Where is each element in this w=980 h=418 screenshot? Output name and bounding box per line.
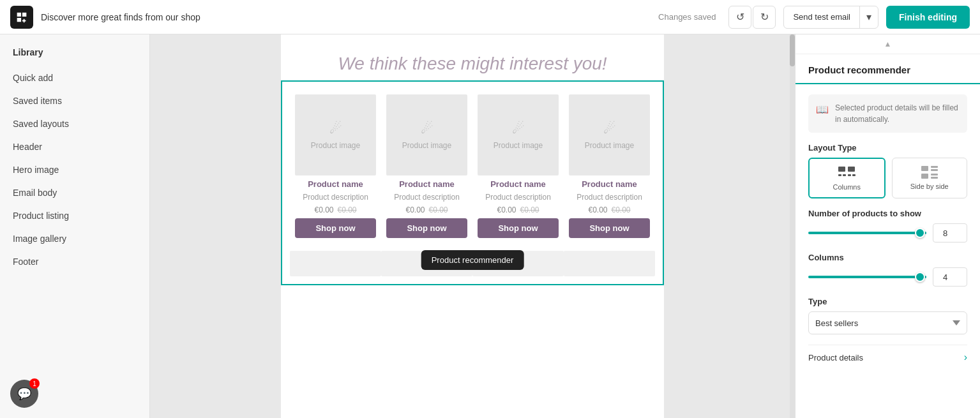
send-test-dropdown-arrow[interactable]: ▾ <box>860 6 878 28</box>
chat-widget[interactable]: 💬 1 <box>10 380 38 408</box>
product-card: ☄ Product image Product name Product des… <box>381 89 472 243</box>
product-grid-partial <box>282 251 663 284</box>
send-test-label: Send test email <box>784 6 860 28</box>
right-panel: ▲ Product recommender 📖 Selected product… <box>795 34 980 418</box>
undo-redo-group: ↺ ↻ <box>728 6 776 29</box>
product-price-original: €0.00 <box>338 205 357 214</box>
logo <box>10 6 33 29</box>
right-panel-body: 📖 Selected product details will be fille… <box>795 84 980 380</box>
product-price-current: €0.00 <box>497 205 516 214</box>
chat-badge: 1 <box>29 378 40 389</box>
product-details-row[interactable]: Product details › <box>808 345 967 369</box>
info-box: 📖 Selected product details will be fille… <box>808 94 967 133</box>
svg-rect-11 <box>931 177 938 179</box>
svg-rect-2 <box>838 174 841 176</box>
sidebar-item-saved-layouts[interactable]: Saved layouts <box>0 112 149 135</box>
product-price-current: €0.00 <box>405 205 425 214</box>
product-image-placeholder-icon: ☄ <box>603 121 616 137</box>
product-image-label: Product image <box>494 141 543 150</box>
scroll-up-icon: ▲ <box>884 40 892 49</box>
sidebar-item-footer[interactable]: Footer <box>0 250 149 273</box>
chat-icon: 💬 <box>17 387 31 401</box>
num-products-slider-thumb[interactable] <box>915 228 925 238</box>
sidebar-item-header[interactable]: Header <box>0 135 149 158</box>
layout-option-side-by-side[interactable]: Side by side <box>892 158 968 198</box>
columns-slider-thumb[interactable] <box>915 272 925 282</box>
product-name[interactable]: Product name <box>478 179 559 189</box>
sidebar-item-email-body[interactable]: Email body <box>0 181 149 204</box>
columns-slider[interactable] <box>808 276 926 278</box>
product-description[interactable]: Product description <box>386 193 467 202</box>
section-heading[interactable]: We think these might interest you! <box>306 54 638 74</box>
sidebar-item-hero-image[interactable]: Hero image <box>0 158 149 181</box>
info-text: Selected product details will be filled … <box>835 102 960 125</box>
svg-rect-7 <box>931 166 938 168</box>
product-name[interactable]: Product name <box>569 179 650 189</box>
side-by-side-layout-label: Side by side <box>910 183 949 190</box>
product-description[interactable]: Product description <box>478 193 559 202</box>
sidebar-item-saved-items[interactable]: Saved items <box>0 89 149 112</box>
shop-now-button[interactable]: Shop now <box>569 218 650 238</box>
canvas-area: We think these might interest you! ☄ Pro… <box>150 34 795 418</box>
product-price-current: €0.00 <box>314 205 333 214</box>
sidebar-item-product-listing[interactable]: Product listing <box>0 204 149 227</box>
product-image-label: Product image <box>585 141 634 150</box>
shop-now-button[interactable]: Shop now <box>386 218 467 238</box>
redo-button[interactable]: ↻ <box>753 6 776 29</box>
product-description[interactable]: Product description <box>295 193 376 202</box>
num-products-slider-row <box>808 223 967 243</box>
svg-rect-8 <box>931 169 938 171</box>
layout-type-options: Columns Side by side <box>808 158 967 198</box>
main-area: Library Quick add Saved items Saved layo… <box>0 34 980 418</box>
type-select[interactable]: Best sellers Recently viewed Related pro… <box>808 311 967 334</box>
layout-type-section: Layout Type Columns <box>808 143 967 198</box>
product-grid-selected[interactable]: ☄ Product image Product name Product des… <box>281 80 664 285</box>
undo-button[interactable]: ↺ <box>728 6 751 29</box>
canvas-scroll[interactable]: We think these might interest you! ☄ Pro… <box>150 34 795 418</box>
product-name[interactable]: Product name <box>386 179 467 189</box>
canvas-scrollbar-thumb[interactable] <box>790 34 795 66</box>
product-name[interactable]: Product name <box>295 179 376 189</box>
save-status: Changes saved <box>658 12 716 22</box>
product-card: ☄ Product image Product name Product des… <box>472 89 564 243</box>
product-card-stub <box>472 251 564 276</box>
sidebar-item-image-gallery[interactable]: Image gallery <box>0 227 149 250</box>
send-test-email-button[interactable]: Send test email ▾ <box>783 6 878 29</box>
canvas-scrollbar[interactable] <box>790 34 795 418</box>
product-card-stub <box>564 251 655 276</box>
columns-label: Columns <box>808 253 967 262</box>
right-panel-header: Product recommender <box>795 54 980 84</box>
svg-rect-3 <box>843 174 846 176</box>
num-products-slider[interactable] <box>808 232 926 234</box>
shop-now-button[interactable]: Shop now <box>478 218 559 238</box>
sidebar-item-quick-add[interactable]: Quick add <box>0 66 149 89</box>
svg-rect-0 <box>838 167 845 172</box>
product-details-arrow-icon[interactable]: › <box>964 352 967 363</box>
product-price-original: €0.00 <box>520 205 539 214</box>
shop-now-button[interactable]: Shop now <box>295 218 376 238</box>
product-description[interactable]: Product description <box>569 193 650 202</box>
product-price-original: €0.00 <box>429 205 448 214</box>
product-image-box: ☄ Product image <box>478 94 559 175</box>
product-card: ☄ Product image Product name Product des… <box>564 89 655 243</box>
num-products-input[interactable] <box>933 223 967 243</box>
page-title: Discover more great finds from our shop <box>41 12 651 22</box>
num-products-section: Number of products to show <box>808 209 967 243</box>
columns-input[interactable] <box>933 267 967 287</box>
type-section: Type Best sellers Recently viewed Relate… <box>808 297 967 334</box>
layout-type-label: Layout Type <box>808 143 967 153</box>
product-image-placeholder-icon: ☄ <box>512 121 525 137</box>
columns-layout-icon <box>837 165 856 181</box>
product-price: €0.00 €0.00 <box>314 205 356 214</box>
sidebar: Library Quick add Saved items Saved layo… <box>0 34 150 418</box>
info-icon: 📖 <box>816 103 829 116</box>
side-by-side-layout-icon <box>920 165 939 180</box>
product-price: €0.00 €0.00 <box>497 205 539 214</box>
product-price-original: €0.00 <box>612 205 631 214</box>
columns-section: Columns <box>808 253 967 287</box>
product-image-label: Product image <box>311 141 360 150</box>
product-card-stub <box>381 251 472 276</box>
type-label: Type <box>808 297 967 306</box>
layout-option-columns[interactable]: Columns <box>808 158 886 198</box>
finish-editing-button[interactable]: Finish editing <box>886 6 970 29</box>
